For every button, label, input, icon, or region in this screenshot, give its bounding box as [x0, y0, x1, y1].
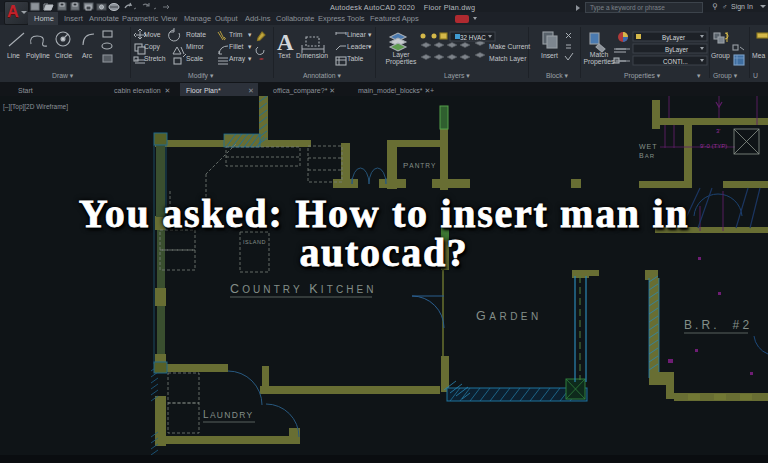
svg-text:B.R. #2: B.R. #2 — [684, 318, 752, 332]
svg-text:BAR: BAR — [639, 152, 655, 159]
svg-text:WET: WET — [639, 143, 658, 150]
svg-text:9'-0 (TYP): 9'-0 (TYP) — [700, 143, 727, 149]
svg-text:GARDEN: GARDEN — [476, 309, 542, 323]
svg-text:COUNTRY KITCHEN: COUNTRY KITCHEN — [230, 282, 377, 296]
svg-text:LAUNDRY: LAUNDRY — [203, 409, 253, 420]
svg-text:3': 3' — [716, 128, 720, 134]
svg-text:PANTRY: PANTRY — [403, 161, 436, 170]
